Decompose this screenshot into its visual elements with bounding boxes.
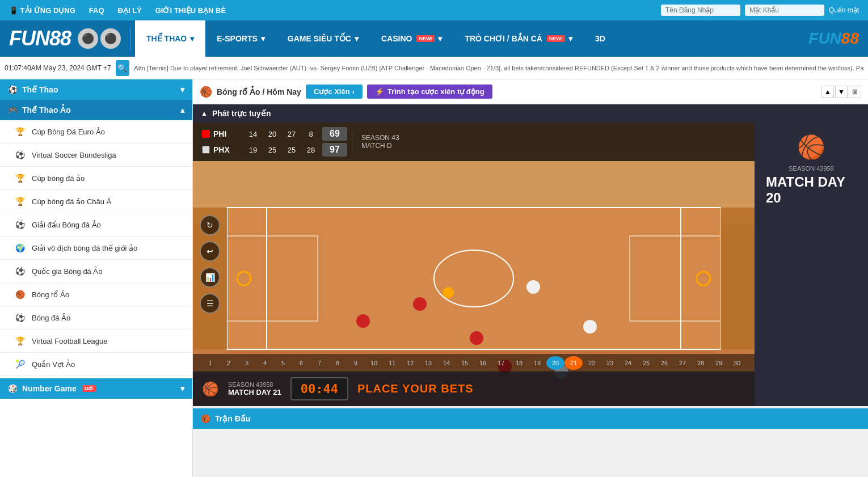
- team1-row: PHI 14 20 27 8 69: [202, 127, 347, 141]
- nav-bar: FUN88 ⚫ ⚫ THỂ THAO ▾ E-SPORTS ▾ GAME SIÊ…: [0, 20, 868, 57]
- match-day-25[interactable]: 25: [637, 356, 655, 370]
- bottom-season-label: SEASON 43958: [228, 381, 281, 388]
- sidebar-item-bong-ro-ao[interactable]: 🏀 Bóng rổ Ảo: [0, 283, 192, 306]
- match-day-numbers: 1234567891011121314151617181920212223242…: [193, 354, 755, 372]
- ticker-text: Attn.[Tennis] Due to player retirement, …: [134, 65, 863, 71]
- match-day-9[interactable]: 9: [347, 356, 365, 370]
- sidebar-item-cup-bong-da-chau-a[interactable]: 🏆 Cúp bóng đá ảo Châu Á: [0, 190, 192, 213]
- match-day-12[interactable]: 12: [401, 356, 419, 370]
- nav-item-game-sieu-toc[interactable]: GAME SIÊU TỐC ▾: [276, 20, 370, 57]
- timer-display: 00:44: [290, 377, 348, 400]
- season-label: SEASON 43: [361, 134, 399, 142]
- nav-item-tro-choi[interactable]: TRÒ CHƠI / BẮN CÁ NEW! ▾: [453, 20, 584, 57]
- match-day-2[interactable]: 2: [220, 356, 238, 370]
- match-day-14[interactable]: 14: [437, 356, 456, 370]
- sidebar-item-quoc-gia[interactable]: ⚽ Quốc gia Bóng đá Ảo: [0, 260, 192, 283]
- match-day-21[interactable]: 21: [564, 356, 583, 370]
- match-day-20[interactable]: 20: [546, 356, 564, 370]
- match-day-17[interactable]: 17: [492, 356, 510, 370]
- svg-point-13: [583, 320, 597, 334]
- casino-new-badge: NEW!: [416, 35, 435, 42]
- match-day-28[interactable]: 28: [692, 356, 710, 370]
- match-day-22[interactable]: 22: [583, 356, 601, 370]
- arrow-down-button[interactable]: ▼: [835, 86, 848, 98]
- logo-area: FUN88 ⚫ ⚫: [9, 27, 121, 50]
- match-day-3[interactable]: 3: [238, 356, 256, 370]
- nav-item-the-thao[interactable]: THỂ THAO ▾: [135, 20, 205, 57]
- sidebar-sub-the-thao-ao[interactable]: 🎮 Thể Thao Ảo ▴: [0, 100, 192, 120]
- sidebar-section-number-game[interactable]: 🎲 Number Game Mới ▾: [0, 378, 192, 399]
- world-cup-ao-icon: 🌍: [14, 242, 26, 254]
- match-day-8[interactable]: 8: [328, 356, 347, 370]
- team1-q2: 20: [264, 130, 280, 138]
- cup-ao-icon: 🏆: [14, 172, 26, 184]
- match-day-11[interactable]: 11: [383, 356, 401, 370]
- sidebar-item-label: Bóng rổ Ảo: [32, 290, 69, 299]
- team1-indicator: [202, 130, 210, 138]
- match-day-27[interactable]: 27: [673, 356, 692, 370]
- match-day-26[interactable]: 26: [655, 356, 673, 370]
- match-day-13[interactable]: 13: [419, 356, 437, 370]
- match-day-7[interactable]: 7: [310, 356, 328, 370]
- password-input[interactable]: [745, 5, 824, 16]
- right-panel: 🏀 SEASON 43958 MATCH DAY 20: [755, 123, 868, 406]
- svg-point-10: [413, 297, 427, 311]
- back-button[interactable]: ↩: [200, 241, 220, 261]
- match-day-16[interactable]: 16: [474, 356, 492, 370]
- nav-item-3d[interactable]: 3D: [584, 20, 617, 57]
- sidebar-item-giai-dau-bong-da[interactable]: ⚽ Giải đấu Bóng đá Ảo: [0, 213, 192, 237]
- sidebar-item-cup-bong-da-ao[interactable]: 🏆 Cúp bóng đá ảo: [0, 167, 192, 190]
- team2-name: PHX: [213, 145, 242, 154]
- match-day-1[interactable]: 1: [201, 356, 220, 370]
- breadcrumb-bar: 🏀 Bóng rổ Ảo / Hôm Nay Cược Xiên › ⚡ Trì…: [193, 79, 868, 104]
- refresh-button[interactable]: ↻: [200, 215, 220, 235]
- bundesliga-icon: ⚽: [14, 149, 26, 161]
- chevron-right-icon: ›: [352, 87, 355, 96]
- faq-link[interactable]: FAQ: [89, 6, 104, 15]
- sidebar-item-quan-vot-ao[interactable]: 🎾 Quần Vợt Ảo: [0, 353, 192, 376]
- sidebar-item-giai-vo-dich[interactable]: 🌍 Giải vô địch bóng đá thế giới ảo: [0, 237, 192, 260]
- sidebar-item-cup-bong-da-euro[interactable]: 🏆 Cúp Bóng Đá Euro Ảo: [0, 120, 192, 143]
- number-game-badge: Mới: [82, 385, 96, 392]
- match-label: MATCH D: [361, 142, 399, 150]
- nav-item-casino[interactable]: CASINO NEW! ▾: [370, 20, 453, 57]
- match-day-15[interactable]: 15: [456, 356, 474, 370]
- top-bar: 📱 TẢI ỨNG DỤNG FAQ ĐẠI LÝ GIỚI THIỆU BẠN…: [0, 0, 868, 20]
- match-day-29[interactable]: 29: [710, 356, 728, 370]
- forgot-password-link[interactable]: Quên mật: [829, 6, 859, 14]
- svg-rect-2: [227, 208, 720, 349]
- sidebar: ⚽ Thể Thao ▾ 🎮 Thể Thao Ảo ▴ 🏆 Cúp Bóng …: [0, 79, 193, 477]
- bet-type-label: Cược Xiên: [314, 87, 350, 96]
- content-area: 🏀 Bóng rổ Ảo / Hôm Nay Cược Xiên › ⚡ Trì…: [193, 79, 868, 477]
- stats-button[interactable]: 📊: [200, 267, 220, 288]
- sidebar-item-bong-da-ao[interactable]: ⚽ Bóng đá Ảo: [0, 306, 192, 330]
- auto-bet-button[interactable]: ⚡ Trình tạo cược xiên tự động: [367, 85, 492, 99]
- team2-q1: 19: [245, 146, 261, 154]
- match-day-4[interactable]: 4: [256, 356, 274, 370]
- agent-link[interactable]: ĐẠI LÝ: [118, 6, 142, 15]
- match-day-5[interactable]: 5: [274, 356, 292, 370]
- username-input[interactable]: [661, 5, 740, 16]
- match-day-18[interactable]: 18: [510, 356, 528, 370]
- matches-header-text: Trận Đấu: [215, 414, 250, 423]
- match-day-10[interactable]: 10: [365, 356, 383, 370]
- matches-section: 🏀 Trận Đấu: [193, 408, 868, 429]
- bet-type-button[interactable]: Cược Xiên ›: [306, 85, 363, 99]
- match-day-6[interactable]: 6: [292, 356, 310, 370]
- match-day-24[interactable]: 24: [619, 356, 637, 370]
- arrow-up-button[interactable]: ▲: [821, 86, 834, 98]
- collapse-icon[interactable]: ▲: [201, 109, 208, 117]
- referral-link[interactable]: GIỚI THIỆU BẠN BÈ: [155, 6, 226, 15]
- right-panel-match-day: MATCH DAY 20: [766, 174, 857, 206]
- arrow-expand-button[interactable]: ⊞: [849, 86, 861, 98]
- mobile-app-link[interactable]: 📱 TẢI ỨNG DỤNG: [9, 6, 75, 15]
- match-day-23[interactable]: 23: [601, 356, 619, 370]
- match-day-30[interactable]: 30: [728, 356, 746, 370]
- search-button[interactable]: 🔍: [116, 60, 130, 76]
- nav-item-esports[interactable]: E-SPORTS ▾: [205, 20, 276, 57]
- match-day-19[interactable]: 19: [528, 356, 546, 370]
- sidebar-item-virtual-football-league[interactable]: 🏆 Virtual Football League: [0, 330, 192, 353]
- list-button[interactable]: ☰: [200, 293, 220, 314]
- sidebar-item-bundesliga[interactable]: ⚽ Virtual Soccer Bundesliga: [0, 143, 192, 167]
- sidebar-section-the-thao[interactable]: ⚽ Thể Thao ▾: [0, 79, 192, 100]
